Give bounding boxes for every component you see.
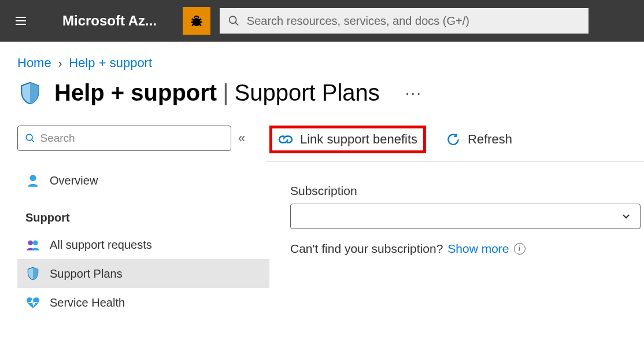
people-icon xyxy=(25,237,40,252)
svg-point-14 xyxy=(30,175,36,181)
sidebar-item-overview[interactable]: Overview xyxy=(17,166,269,195)
chevron-down-icon xyxy=(620,211,632,222)
svg-line-7 xyxy=(199,19,202,20)
shield-icon xyxy=(17,80,43,106)
show-more-link[interactable]: Show more xyxy=(447,242,509,256)
body-columns: « Overview Support All support requests … xyxy=(0,106,644,317)
sidebar-search-input[interactable] xyxy=(40,132,224,145)
hamburger-icon xyxy=(14,14,28,28)
bug-icon xyxy=(188,13,205,29)
global-search[interactable] xyxy=(220,8,589,34)
subscription-label: Subscription xyxy=(290,184,641,198)
subscription-field: Subscription Can't find your subscriptio… xyxy=(269,162,644,256)
global-search-input[interactable] xyxy=(247,14,580,28)
svg-line-9 xyxy=(199,24,202,25)
svg-point-16 xyxy=(33,240,38,245)
link-icon xyxy=(278,132,293,147)
breadcrumb-home[interactable]: Home xyxy=(17,56,51,71)
sidebar-item-service-health[interactable]: Service Health xyxy=(17,288,269,317)
link-support-benefits-button[interactable]: Link support benefits xyxy=(269,126,426,153)
person-icon xyxy=(25,173,40,188)
svg-line-8 xyxy=(192,24,194,25)
sidebar-item-label: All support requests xyxy=(50,238,152,252)
svg-point-15 xyxy=(28,240,33,245)
toolbar-button-label: Refresh xyxy=(468,132,512,147)
breadcrumb-current[interactable]: Help + support xyxy=(69,56,152,71)
sidebar-item-all-requests[interactable]: All support requests xyxy=(17,230,269,259)
svg-point-12 xyxy=(26,134,32,141)
menu-button[interactable] xyxy=(7,7,35,35)
help-text: Can't find your subscription? xyxy=(290,242,443,256)
shield-icon xyxy=(25,266,40,281)
page-title-divider: | xyxy=(223,80,228,106)
svg-point-10 xyxy=(230,16,236,23)
info-icon[interactable]: i xyxy=(514,243,525,255)
sidebar-item-support-plans[interactable]: Support Plans xyxy=(17,259,269,288)
sidebar-search-row: « xyxy=(17,126,269,151)
subscription-select[interactable] xyxy=(290,204,641,229)
search-icon xyxy=(228,14,240,27)
toolbar: Link support benefits Refresh xyxy=(266,126,644,162)
sidebar-search[interactable] xyxy=(17,126,231,151)
page-title: Help + support | Support Plans xyxy=(54,80,380,106)
heart-icon xyxy=(25,295,40,310)
search-icon xyxy=(25,132,35,144)
page-title-bold: Help + support xyxy=(54,80,217,106)
brand-label: Microsoft Az... xyxy=(62,13,166,29)
collapse-sidebar-button[interactable]: « xyxy=(238,131,245,146)
breadcrumb: Home › Help + support xyxy=(0,42,644,71)
refresh-button[interactable]: Refresh xyxy=(440,128,518,150)
svg-line-13 xyxy=(32,139,35,142)
svg-line-6 xyxy=(192,19,194,20)
sidebar-item-label: Overview xyxy=(50,174,98,187)
more-actions-button[interactable]: ··· xyxy=(405,84,422,102)
main-panel: Link support benefits Refresh Subscripti… xyxy=(269,126,644,317)
breadcrumb-separator: › xyxy=(58,57,62,70)
page-title-rest: Support Plans xyxy=(235,80,380,106)
subscription-help: Can't find your subscription? Show more … xyxy=(290,242,641,256)
svg-line-11 xyxy=(235,23,238,25)
sidebar-section-support: Support xyxy=(17,195,269,230)
toolbar-button-label: Link support benefits xyxy=(300,132,417,147)
refresh-icon xyxy=(446,132,461,147)
sidebar-item-label: Service Health xyxy=(50,296,125,309)
report-bug-button[interactable] xyxy=(183,7,210,35)
sidebar-item-label: Support Plans xyxy=(50,267,123,281)
page-header: Help + support | Support Plans ··· xyxy=(0,71,644,106)
top-bar: Microsoft Az... xyxy=(0,0,644,42)
sidebar: « Overview Support All support requests … xyxy=(0,126,269,317)
